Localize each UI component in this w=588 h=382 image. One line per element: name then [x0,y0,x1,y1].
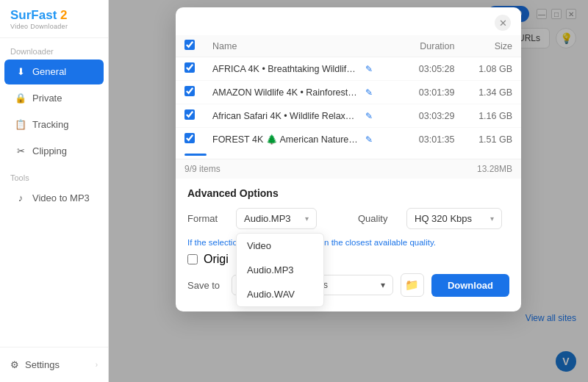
settings-item[interactable]: ⚙ Settings › [4,353,104,376]
settings-icon: ⚙ [10,359,19,370]
row-checkbox-3[interactable] [184,109,195,120]
table-row: FOREST 4K 🌲 American Nature Relaxation F… [176,128,521,151]
row-checkbox-cell [176,81,204,104]
file-name-wrapper: AMAZON Wildlife 4K • Rainforest Relaxati… [212,87,374,98]
row-checkbox-cell [176,104,204,128]
row-size-3: 1.16 GB [463,104,521,128]
general-icon: ⬇ [15,66,26,78]
original-checkbox[interactable] [187,254,198,264]
file-name-wrapper: FOREST 4K 🌲 American Nature Relaxation F… [212,134,374,145]
folder-browse-button[interactable]: 📁 [401,273,424,297]
format-option-mp3[interactable]: Audio.MP3 [237,258,323,282]
sidebar-item-label-general: General [32,66,66,77]
quality-value: HQ 320 Kbps [415,213,472,224]
tracking-icon: 📋 [15,119,26,131]
format-dropdown: Video Audio.MP3 Audio.WAV [236,233,324,307]
row-name-cell-3: African Safari 4K • Wildlife Relaxation … [204,104,404,128]
download-button[interactable]: Download [431,274,509,297]
download-dialog: ✕ Name Duration Size [176,7,521,311]
advanced-options-section: Advanced Options Format Audio.MP3 ▾ Vide… [176,179,521,300]
quality-select[interactable]: HQ 320 Kbps ▾ [406,208,502,229]
row-name-cell-1: AFRICA 4K • Breathtaking Wildlife, Triba… [204,57,404,81]
advanced-options-title: Advanced Options [187,187,509,199]
row-name-cell-2: AMAZON Wildlife 4K • Rainforest Relaxati… [204,81,404,104]
row-checkbox-cell [176,128,204,151]
table-row: AMAZON Wildlife 4K • Rainforest Relaxati… [176,81,521,104]
sidebar-item-general[interactable]: ⬇ General [4,60,104,84]
file-name-wrapper: African Safari 4K • Wildlife Relaxation … [212,111,374,121]
format-value: Audio.MP3 [244,213,291,224]
row-checkbox-4[interactable] [184,133,195,143]
file-name-3: African Safari 4K • Wildlife Relaxation … [212,111,359,121]
file-name-wrapper: AFRICA 4K • Breathtaking Wildlife, Triba… [212,64,374,74]
music-icon: ♪ [15,192,26,204]
format-select-wrapper: Audio.MP3 ▾ Video Audio.MP3 Audio.WAV [236,208,317,229]
th-size: Size [463,35,521,57]
edit-icon-2[interactable]: ✎ [365,87,373,98]
format-option-wav[interactable]: Audio.WAV [237,282,323,306]
row-name-cell-4: FOREST 4K 🌲 American Nature Relaxation F… [204,128,404,151]
table-body: AFRICA 4K • Breathtaking Wildlife, Triba… [176,57,521,151]
th-checkbox [176,35,204,57]
settings-left: ⚙ Settings [10,359,60,370]
row-size-1: 1.08 GB [463,57,521,81]
dialog-header: ✕ [176,7,521,35]
format-quality-row: Format Audio.MP3 ▾ Video Audio.MP3 Audio… [187,208,509,229]
edit-icon-1[interactable]: ✎ [365,64,373,74]
sidebar-item-tracking[interactable]: 📋 Tracking [4,112,104,137]
section-tools-label: Tools [0,165,108,185]
items-count: 9/9 items [184,164,220,174]
folder-icon: 📁 [405,278,419,292]
quality-chevron-icon: ▾ [490,215,494,223]
sidebar-bottom: ⚙ Settings › [0,347,108,382]
file-name-2: AMAZON Wildlife 4K • Rainforest Relaxati… [212,87,359,98]
settings-chevron-icon: › [96,361,98,369]
format-label: Format [187,213,224,224]
row-duration-1: 03:05:28 [404,57,464,81]
dialog-close-button[interactable]: ✕ [495,15,511,31]
th-duration: Duration [404,35,464,57]
scroll-indicator [176,151,521,159]
path-chevron-icon: ▾ [381,280,385,290]
edit-icon-3[interactable]: ✎ [365,111,373,121]
total-size: 13.28MB [477,164,512,174]
table-row: AFRICA 4K • Breathtaking Wildlife, Triba… [176,57,521,81]
section-downloader-label: Downloader [0,38,108,59]
table-row: African Safari 4K • Wildlife Relaxation … [176,104,521,128]
row-checkbox-2[interactable] [184,86,195,96]
original-label: Origi [204,253,229,266]
row-duration-4: 03:01:35 [404,128,464,151]
logo-version: 2 [60,8,67,22]
sidebar-item-label-video-to-mp3: Video to MP3 [32,192,90,203]
sidebar: SurFast 2 Video Downloader Downloader ⬇ … [0,0,109,382]
format-option-video[interactable]: Video [237,234,323,258]
quality-label: Quality [358,213,395,224]
logo-title: SurFast 2 [10,9,98,23]
row-checkbox-cell [176,57,204,81]
row-duration-3: 03:03:29 [404,104,464,128]
logo-subtitle: Video Downloader [10,23,98,30]
row-checkbox-1[interactable] [184,62,195,73]
scroll-bar [184,154,207,156]
app-logo: SurFast 2 Video Downloader [0,0,108,38]
sidebar-item-label-clipping: Clipping [32,145,67,156]
sidebar-item-label-tracking: Tracking [32,119,68,130]
clipping-icon: ✂ [15,145,26,157]
file-name-4: FOREST 4K 🌲 American Nature Relaxation F… [212,134,359,145]
row-size-4: 1.51 GB [463,128,521,151]
sidebar-item-private[interactable]: 🔒 Private [4,86,104,111]
row-duration-2: 03:01:39 [404,81,464,104]
th-name: Name [204,35,404,57]
format-select[interactable]: Audio.MP3 ▾ [236,208,317,229]
settings-label: Settings [25,359,60,370]
sidebar-item-label-private: Private [32,93,62,104]
sidebar-item-clipping[interactable]: ✂ Clipping [4,139,104,164]
main-content: ♥ PRO — □ ✕ 📋 Paste URLs [109,0,588,382]
row-size-2: 1.34 GB [463,81,521,104]
select-all-checkbox[interactable] [184,40,195,50]
table-header: Name Duration Size [176,35,521,57]
edit-icon-4[interactable]: ✎ [365,134,373,145]
file-name-1: AFRICA 4K • Breathtaking Wildlife, Triba… [212,64,359,74]
private-icon: 🔒 [15,93,26,104]
sidebar-item-video-to-mp3[interactable]: ♪ Video to MP3 [4,186,104,211]
